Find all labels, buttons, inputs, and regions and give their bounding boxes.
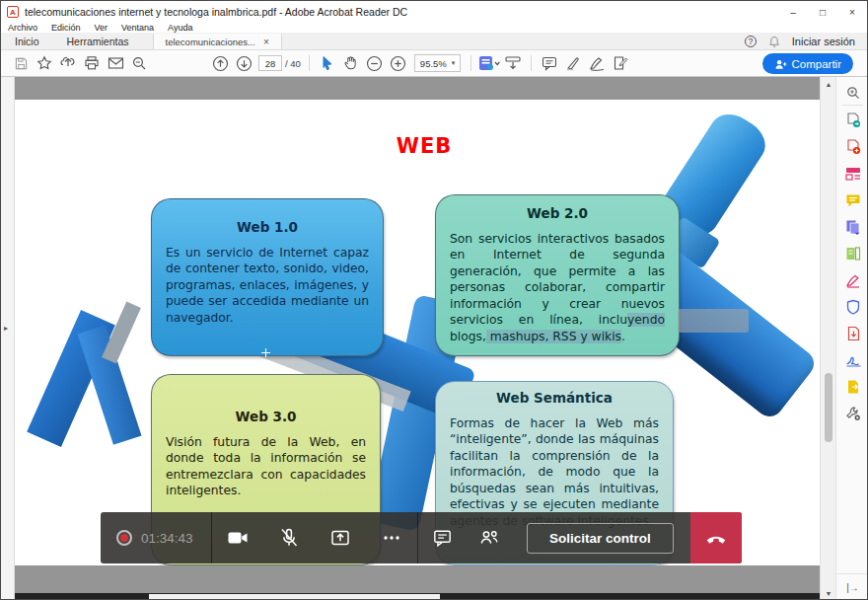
print-icon[interactable] (80, 52, 104, 74)
web20-text: blogs, (450, 330, 486, 343)
web10-box: Web 1.0 Es un servicio de Internet capaz… (151, 198, 384, 356)
email-icon[interactable] (104, 52, 127, 74)
vertical-scrollbar[interactable]: ▲ ▼ (820, 77, 835, 600)
scrollbar-thumb[interactable] (825, 373, 832, 442)
comment-tool-icon[interactable] (843, 190, 863, 210)
page-display-icon[interactable] (477, 52, 501, 74)
fill-sign-icon[interactable] (609, 52, 632, 74)
menu-bar: Archivo Edición Ver Ventana Ayuda (1, 23, 867, 34)
web10-title: Web 1.0 (166, 219, 369, 235)
web20-text: . (621, 330, 625, 343)
combine-files-icon[interactable] (843, 217, 863, 237)
request-control-button[interactable]: Solicitar control (527, 523, 674, 554)
tab-close-icon[interactable]: × (263, 37, 269, 47)
tab-document[interactable]: telecomunicaciones... × (153, 34, 282, 49)
menu-ventana[interactable]: Ventana (114, 23, 161, 33)
meeting-timer: 01:34:43 (141, 531, 193, 546)
hand-tool-icon[interactable] (339, 52, 363, 74)
tab-herramientas[interactable]: Herramientas (53, 34, 143, 49)
zoom-level-value: 95.5% (420, 58, 447, 69)
selected-text: mashups, RSS y wikis (486, 330, 621, 343)
maximize-button[interactable]: □ (808, 1, 837, 23)
scroll-up-icon[interactable]: ▲ (821, 81, 836, 88)
zoom-caret-icon: ▾ (452, 59, 456, 67)
compartir-button[interactable]: Compartir (762, 53, 853, 74)
sign-pen-icon[interactable] (585, 52, 609, 74)
recording-icon[interactable] (116, 530, 132, 546)
search-icon[interactable] (127, 52, 151, 74)
close-button[interactable]: × (837, 1, 867, 23)
reading-mode-icon[interactable] (501, 52, 525, 74)
share-upload-icon[interactable] (56, 52, 80, 74)
window-title: telecomunicaciones internet y tecnologa … (25, 6, 407, 18)
menu-edicion[interactable]: Edición (44, 23, 88, 33)
selected-text: yendo (627, 313, 665, 327)
search-tools-icon[interactable] (843, 83, 863, 103)
slide-title: WEB (365, 134, 483, 158)
overlay-tooltip (678, 309, 749, 333)
sign-in-link[interactable]: Iniciar sesión (792, 36, 855, 47)
menu-archivo[interactable]: Archivo (1, 23, 44, 33)
create-pdf-icon[interactable] (843, 137, 863, 157)
sidebar-collapse-icon[interactable]: |→ (836, 573, 868, 593)
tab-inicio[interactable]: Inicio (1, 34, 53, 49)
compartir-label: Compartir (792, 58, 841, 70)
web10-body: Es un servicio de Internet capaz de cont… (166, 245, 369, 326)
nav-expand-icon[interactable]: ▸ (4, 324, 8, 333)
acrobat-window: A telecomunicaciones internet y tecnolog… (0, 0, 868, 600)
help-icon[interactable]: ? (745, 36, 757, 47)
tab-bar: Inicio Herramientas telecomunicaciones..… (1, 34, 867, 50)
menu-ver[interactable]: Ver (88, 23, 115, 33)
comment-icon[interactable] (538, 52, 561, 74)
bell-icon[interactable] (768, 36, 780, 48)
menu-ayuda[interactable]: Ayuda (161, 23, 199, 33)
select-tool-icon[interactable] (316, 52, 339, 74)
protect-icon[interactable] (843, 297, 863, 317)
websem-title: Web Semántica (450, 390, 659, 406)
web20-title: Web 2.0 (450, 205, 665, 221)
next-page-edge (15, 593, 820, 600)
next-page-light-edge (149, 594, 440, 600)
export-pdf-icon[interactable] (843, 111, 863, 130)
page-down-icon[interactable] (232, 52, 255, 74)
camera-icon[interactable] (212, 512, 263, 563)
selection-handle[interactable] (261, 348, 270, 357)
page-up-icon[interactable] (208, 52, 232, 74)
main-area: ▸ WEB Web 1.0 Es un servicio de Internet… (1, 77, 868, 600)
minimize-button[interactable]: – (778, 1, 808, 23)
toolbar: 28 / 40 95.5% ▾ (1, 50, 867, 77)
nav-panel-collapsed[interactable]: ▸ (1, 77, 15, 600)
share-screen-icon[interactable] (315, 512, 366, 563)
mic-muted-icon[interactable] (263, 512, 315, 563)
zoom-level-dropdown[interactable]: 95.5% ▾ (414, 54, 461, 72)
scroll-down-icon[interactable]: ▼ (821, 590, 836, 597)
meeting-control-bar: 01:34:43 Solicitar control (101, 512, 742, 563)
web30-body: Visión futura de la Web, en donde toda l… (166, 434, 366, 499)
web30-title: Web 3.0 (166, 409, 366, 424)
web20-box: Web 2.0 Son servicios interactivos basad… (435, 194, 680, 356)
chat-icon[interactable] (418, 512, 466, 563)
hang-up-button[interactable] (690, 512, 742, 563)
more-tools-icon[interactable] (843, 404, 863, 423)
participants-icon[interactable] (466, 512, 513, 563)
tab-document-label: telecomunicaciones... (166, 37, 255, 47)
acrobat-app-icon: A (7, 6, 19, 18)
web20-body: Son servicios interactivos basados en In… (450, 231, 665, 344)
collapse-arrow: → (849, 582, 859, 593)
compress-pdf-icon[interactable] (843, 324, 863, 343)
save-icon[interactable] (9, 52, 33, 74)
organize-pages-icon[interactable] (843, 244, 863, 263)
more-options-icon[interactable] (366, 512, 417, 563)
send-for-review-icon[interactable] (843, 377, 863, 397)
pdf-page[interactable]: WEB Web 1.0 Es un servicio de Internet c… (15, 100, 822, 565)
fill-sign-tool-icon[interactable] (843, 270, 863, 290)
certificates-icon[interactable] (843, 350, 863, 370)
page-number-input[interactable]: 28 (258, 55, 282, 71)
zoom-out-icon[interactable] (363, 52, 387, 74)
star-icon[interactable] (33, 52, 56, 74)
page-total-label: / 40 (285, 58, 301, 69)
highlight-icon[interactable] (561, 52, 585, 74)
edit-pdf-icon[interactable] (843, 164, 863, 184)
zoom-in-icon[interactable] (387, 52, 410, 74)
tools-sidebar: |→ (835, 77, 868, 600)
